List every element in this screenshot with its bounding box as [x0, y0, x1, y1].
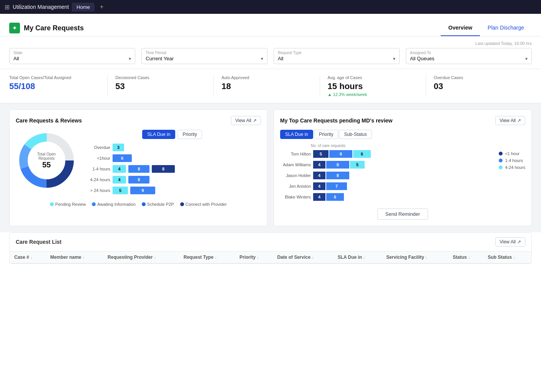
- stat-open-cases: Total Open Cases/Total Assigned 55/108: [9, 75, 107, 97]
- stat-open-cases-value: 55/108: [9, 81, 100, 91]
- chart-legend: Pending Review Awaiting Information Sche…: [16, 202, 261, 207]
- top-care-requests-card: My Top Care Requests pending MD's review…: [274, 109, 532, 226]
- legend-dot-pending: [50, 202, 54, 206]
- external-link-icon-2: ↗: [517, 118, 521, 123]
- assigned-to-filter[interactable]: Assigned To All Queues ▾: [406, 48, 532, 64]
- last-updated: Last updated Today, 16:00 hrs: [9, 41, 532, 46]
- request-type-filter[interactable]: Request Type All ▾: [274, 48, 400, 64]
- h-seg-jason-1: 4: [313, 172, 325, 179]
- page-header-left: ✦ My Care Requests: [9, 23, 84, 33]
- tab-plan-discharge[interactable]: Plan Discharge: [480, 20, 532, 36]
- send-reminder-button[interactable]: Send Reminder: [377, 208, 428, 220]
- h-legend-1hour: <1 hour: [499, 151, 525, 156]
- state-label: State: [13, 51, 131, 55]
- state-filter[interactable]: State All ▾: [9, 48, 135, 64]
- care-request-table: Case # ↓ Member name ↓ Requesting Provid…: [10, 251, 531, 263]
- external-link-icon: ↗: [253, 118, 257, 123]
- bar-seg-4-24-2: 8: [128, 176, 149, 184]
- legend-pending: Pending Review: [50, 202, 86, 207]
- h-legend-label-4-24hours: 4-24 hours: [505, 165, 525, 170]
- stat-open-cases-label: Total Open Cases/Total Assigned: [9, 75, 100, 80]
- h-bar-row-blake: Blake Winters 4 6: [280, 193, 493, 201]
- donut-container: Total Open Requests 55: [16, 130, 77, 191]
- h-legend-dot-1hour: [499, 152, 503, 155]
- state-value: All ▾: [13, 56, 131, 61]
- bar-row-overdue: Overdue 3: [83, 144, 261, 151]
- h-bar-segs-blake: 4 6: [313, 193, 344, 201]
- th-req-type: Request Type ↓: [179, 251, 235, 263]
- bar-label-1hour: <1hour: [83, 156, 110, 160]
- filters-bar: Last updated Today, 16:00 hrs State All …: [0, 36, 541, 69]
- legend-dot-p2p: [142, 202, 146, 206]
- bar-row-4-24: 4-24 hours 4 8: [83, 176, 261, 184]
- new-tab-button[interactable]: +: [98, 3, 106, 10]
- th-status: Status ↓: [448, 251, 483, 263]
- h-seg-tom-1: 5: [313, 150, 329, 158]
- h-bar-section: No. of care requests Tom Hilton 5 8 6 Ad…: [280, 144, 525, 204]
- h-bar-row-jason: Jason Holder 4 8: [280, 172, 493, 179]
- th-sla: SLA Due in ↓: [333, 251, 382, 263]
- toggle-sla-due-in[interactable]: SLA Due in: [142, 130, 175, 139]
- stat-avg-age: Avg. age of Cases 15 hours ▲ 12.3% week/…: [320, 75, 426, 97]
- care-requests-card-header: Care Requests & Reviews View All ↗: [16, 116, 261, 125]
- app-icon: ✦: [9, 23, 20, 33]
- h-bar-label-tom: Tom Hilton: [280, 152, 311, 156]
- th-sub-status: Sub Status ↓: [483, 251, 531, 263]
- donut-label: Total Open Requests 55: [31, 152, 62, 169]
- bar-label-4-24: 4-24 hours: [83, 177, 110, 182]
- h-seg-adam-2: 8: [326, 161, 349, 169]
- bar-seg-1-4-3: 8: [152, 165, 175, 173]
- care-request-list-card: Care Request List View All ↗ Case # ↓ Me…: [9, 232, 532, 264]
- legend-p2p-label: Schedule P2P: [147, 202, 174, 207]
- h-bar-segs-tom: 5 8 6: [313, 150, 371, 158]
- h-bar-row-jen: Jen Aniston 4 7: [280, 182, 493, 190]
- h-legend-4-24hours: 4-24 hours: [499, 165, 525, 170]
- bar-row-24plus: > 24 hours 5 9: [83, 187, 261, 194]
- stat-auto-approved: Auto Approved 18: [213, 75, 319, 97]
- stat-decisioned: Decisioned Cases 53: [107, 75, 213, 97]
- care-requests-view-all[interactable]: View All ↗: [231, 116, 261, 125]
- legend-provider-label: Connect with Provider: [186, 202, 227, 207]
- top-nav: ⊞ Utilization Management Home +: [0, 0, 541, 14]
- table-view-all[interactable]: View All ↗: [495, 237, 525, 246]
- grid-icon[interactable]: ⊞: [5, 3, 10, 11]
- stat-avg-age-value: 15 hours: [328, 81, 418, 91]
- home-tab[interactable]: Home: [72, 3, 95, 12]
- header-tabs: Overview Plan Discharge: [441, 20, 532, 36]
- bar-seg-1-4-2: 8: [128, 165, 149, 173]
- toggle-priority[interactable]: Priority: [178, 130, 202, 139]
- table-title: Care Request List: [16, 239, 61, 245]
- top-care-requests-title: My Top Care Requests pending MD's review: [280, 117, 392, 124]
- tab-overview[interactable]: Overview: [441, 20, 480, 36]
- h-seg-tom-3: 6: [353, 150, 371, 158]
- th-provider: Requesting Provider ↓: [103, 251, 179, 263]
- bar-row-1-4: 1-4 hours 4 8 8: [83, 165, 261, 173]
- th-member: Member name ↓: [46, 251, 103, 263]
- right-tab-sla[interactable]: SLA Due in: [280, 130, 313, 139]
- stat-overdue: Overdue Cases 03: [426, 75, 532, 97]
- stat-decisioned-label: Decisioned Cases: [115, 75, 206, 80]
- time-period-filter[interactable]: Time Period Current Year ▾: [141, 48, 267, 64]
- h-legend-dot-4-24hours: [499, 165, 503, 169]
- th-facility: Servicing Facility ↓: [382, 251, 448, 263]
- legend-awaiting-label: Awaiting Information: [97, 202, 135, 207]
- table-card-header: Care Request List View All ↗: [10, 233, 531, 251]
- care-requests-card: Care Requests & Reviews View All ↗: [9, 109, 267, 226]
- assigned-to-chevron: ▾: [525, 56, 528, 61]
- h-legend-label-1hour: <1 hour: [505, 151, 519, 156]
- legend-awaiting: Awaiting Information: [92, 202, 135, 207]
- legend-p2p: Schedule P2P: [142, 202, 174, 207]
- bar-row-1hour: <1hour 6: [83, 154, 261, 162]
- assigned-to-value: All Queues ▾: [410, 56, 528, 61]
- stat-avg-age-label: Avg. age of Cases: [328, 75, 418, 80]
- bar-seg-24plus-1: 5: [113, 187, 128, 194]
- h-seg-blake-2: 6: [326, 193, 344, 201]
- stat-overdue-label: Overdue Cases: [434, 75, 524, 80]
- donut-label-num: 55: [31, 160, 62, 169]
- time-period-chevron: ▾: [261, 56, 263, 61]
- h-bar-segs-jason: 4 8: [313, 172, 349, 179]
- right-tab-priority[interactable]: Priority: [314, 130, 338, 139]
- right-tab-substatus[interactable]: Sub-Status: [339, 130, 372, 139]
- request-type-value: All ▾: [278, 56, 395, 61]
- top-care-requests-view-all[interactable]: View All ↗: [495, 116, 525, 125]
